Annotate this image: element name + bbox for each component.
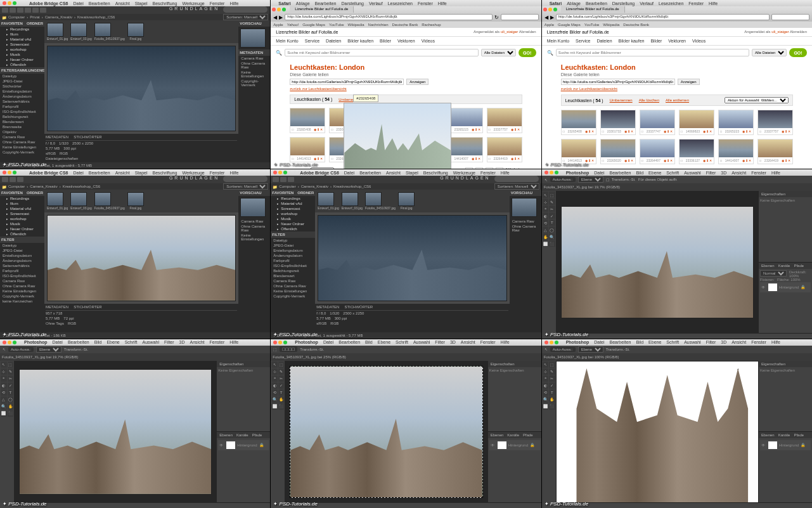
heal-tool[interactable]: ◐	[543, 212, 549, 219]
browser-tab[interactable]: Lizenzfreie Bilder auf Fotolia.de	[561, 6, 625, 13]
breadcrumb[interactable]: 📁Computer›Privat›Camera_Kreativ›Kreativw…	[0, 14, 270, 20]
grid-thumb[interactable]: □23265408◉⬇✕	[290, 108, 325, 133]
folder-item[interactable]: Öffentlich	[0, 62, 44, 67]
zoom-tool[interactable]: 🔍	[549, 233, 555, 240]
thumbnail[interactable]	[47, 23, 63, 37]
go-button[interactable]: GO!	[789, 48, 807, 57]
menu-item[interactable]: Ablage	[296, 1, 310, 6]
menu-item[interactable]: Lesezeichen	[659, 1, 683, 6]
bookmark[interactable]: Wikipedia	[348, 23, 364, 27]
stichworter-tab[interactable]: STICHWÖRTER	[74, 135, 102, 139]
grid-thumb[interactable]: □23264419◉⬇✕	[487, 137, 522, 162]
filter-item[interactable]: ISO-Empfindlichkeit	[0, 109, 44, 114]
grid-thumb[interactable]: □23264419◉⬇✕	[757, 139, 793, 164]
nav-item[interactable]: Bilder kaufen	[619, 39, 645, 43]
menu-item[interactable]: Ablage	[567, 1, 581, 6]
bookmark[interactable]: Racheshop	[422, 23, 441, 27]
fwd-icon[interactable]: ▶	[279, 15, 283, 20]
menu-item[interactable]: Verlauf	[369, 1, 383, 6]
bookmark[interactable]: Apple	[273, 23, 283, 27]
grid-thumb[interactable]: □14414007◉⬇✕	[718, 139, 754, 164]
fwd-icon[interactable]: ▶	[550, 15, 554, 20]
canvas[interactable]	[556, 361, 759, 503]
open-button[interactable]	[40, 8, 46, 13]
wand-tool[interactable]: ✎	[549, 199, 555, 205]
pen-tool[interactable]: △	[543, 226, 549, 233]
filter-item[interactable]: Seitenverhältnis	[0, 99, 44, 104]
menu-item[interactable]: Bearbeiten	[315, 1, 337, 6]
canvas[interactable]	[556, 191, 759, 333]
layer-row[interactable]: 👁Hintergrund🔒	[760, 282, 811, 292]
grid-thumb[interactable]: □14414013◉⬇✕	[561, 139, 596, 164]
thumbnail[interactable]	[127, 23, 144, 37]
menu-item[interactable]: Lesezeichen	[388, 1, 413, 6]
folder-item[interactable]: filum	[0, 32, 44, 37]
filter-dropdown[interactable]: Alle Dateien	[481, 49, 516, 56]
menu-werkzeuge[interactable]: Werkzeuge	[182, 1, 204, 6]
go-button[interactable]: GO!	[519, 48, 536, 57]
thumbnail[interactable]	[94, 23, 111, 37]
grid-thumb[interactable]: □23337747◉⬇✕	[640, 110, 675, 135]
menu-fenster[interactable]: Fenster	[210, 1, 225, 6]
search-input[interactable]	[556, 49, 749, 56]
filter-item[interactable]: Blendenwert	[0, 119, 44, 124]
hand-tool[interactable]: ✋	[543, 233, 549, 240]
nav-item[interactable]: Vektoren	[668, 39, 686, 43]
filter-item[interactable]: Stichwörter	[0, 84, 44, 89]
menu-datei[interactable]: Datei	[73, 1, 83, 6]
menu-item[interactable]: Fenster	[418, 1, 433, 6]
folder-item[interactable]: Musik	[0, 52, 44, 57]
back-link[interactable]: zurück zur Leuchtkastenübersicht	[561, 87, 793, 91]
preview-thumb[interactable]	[240, 29, 266, 48]
menu-item[interactable]: Hilfe	[438, 1, 447, 6]
search-input[interactable]	[223, 6, 267, 13]
back-link[interactable]: zurück zur Leuchtkastenübersicht	[290, 87, 522, 91]
doc-tab[interactable]: Fotolia_34510937_XL.jpg bei 19,7% (RGB/8…	[544, 185, 620, 189]
nav-item[interactable]: Service	[576, 39, 590, 43]
camera-icon[interactable]	[25, 8, 31, 13]
folder-item[interactable]: workshop	[0, 47, 44, 52]
username[interactable]: uli_staiger	[501, 30, 518, 34]
nav-item[interactable]: Bilder	[380, 39, 391, 43]
folder-item[interactable]: Neuer Ordner	[0, 57, 44, 62]
text-tool[interactable]: T	[549, 219, 555, 226]
search-field[interactable]	[771, 14, 809, 20]
folder-item[interactable]: Recordings	[0, 27, 44, 32]
bookmark[interactable]: Google Maps	[558, 23, 581, 27]
bookmark[interactable]: Google Maps	[302, 23, 325, 27]
doc-tab[interactable]: Fotolia_34510937_XL.jpg bei 100% (RGB/8)	[544, 355, 619, 359]
grid-thumb[interactable]: □14414007◉⬇✕	[448, 137, 483, 162]
nav-item[interactable]: Mein Konto	[547, 39, 569, 43]
refine-button[interactable]	[32, 8, 39, 13]
nav-item[interactable]: Videos	[422, 39, 435, 43]
bookmark[interactable]: YouTube	[329, 23, 344, 27]
grid-thumb[interactable]: □14069823◉⬇✕	[679, 110, 714, 135]
fwd-button[interactable]	[10, 8, 16, 13]
preview-image[interactable]	[47, 215, 236, 301]
preview-image[interactable]	[318, 215, 506, 301]
bookmark[interactable]: Apple	[545, 23, 554, 27]
properties-tab[interactable]: Eigenschaften	[761, 192, 785, 196]
sammlungen-tab[interactable]: SAMMLUNGEN	[15, 68, 42, 72]
preview-image[interactable]	[47, 46, 236, 131]
brush-tool[interactable]: ✓	[549, 212, 555, 219]
nav-item[interactable]: Videos	[692, 39, 706, 43]
favoriten-tab[interactable]: FAVORITEN	[1, 22, 23, 25]
filter-item[interactable]: Änderungsdatum	[0, 94, 44, 99]
grid-thumb[interactable]: □23265020◉⬇✕	[600, 139, 636, 164]
bookmark[interactable]: YouTube	[584, 23, 600, 27]
anzeigen-button[interactable]: Anzeigen	[406, 79, 429, 85]
filter-item[interactable]: Objektiv	[0, 129, 44, 134]
filter-item[interactable]: Camera Raw	[0, 134, 44, 140]
filter-item[interactable]: Copyright-Vermerk	[0, 150, 44, 155]
filter-item[interactable]: Farbprofil	[0, 104, 44, 109]
menu-item[interactable]: Hilfe	[709, 1, 718, 6]
remove-all-link[interactable]: Alle entfernen	[666, 98, 689, 102]
back-icon[interactable]: ◀	[273, 15, 277, 20]
next-link[interactable]: Nächste	[506, 167, 522, 169]
search-field[interactable]	[501, 14, 539, 20]
fg-color[interactable]: ⬜	[543, 240, 549, 247]
share-url-input[interactable]	[561, 79, 675, 85]
menu-bearbeiten[interactable]: Bearbeiten	[89, 1, 110, 6]
ordner-tab[interactable]: ORDNER	[27, 22, 43, 25]
